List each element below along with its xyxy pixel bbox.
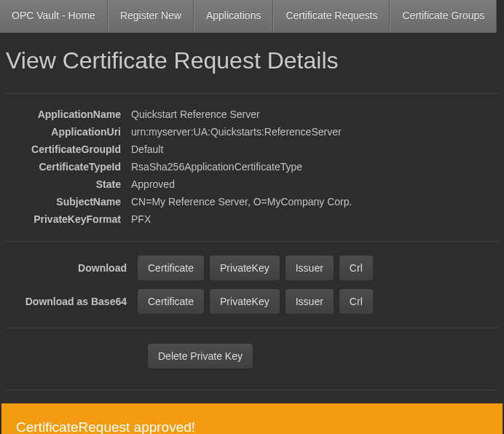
label-application-name: ApplicationName: [6, 107, 131, 122]
label-application-uri: ApplicationUri: [6, 125, 131, 139]
value-private-key-format: PFX: [131, 212, 498, 226]
download-base64-crl-button[interactable]: Crl: [339, 288, 374, 315]
divider: [6, 93, 498, 94]
label-subject-name: SubjectName: [6, 194, 131, 209]
value-certificate-type-id: RsaSha256ApplicationCertificateType: [131, 159, 498, 174]
download-privatekey-button[interactable]: PrivateKey: [209, 255, 280, 281]
divider: [6, 328, 498, 328]
nav-home[interactable]: OPC Vault - Home: [0, 0, 108, 33]
label-private-key-format: PrivateKeyFormat: [6, 212, 131, 226]
divider: [6, 241, 498, 242]
download-base64-label: Download as Base64: [6, 296, 137, 307]
delete-section: Delete Private Key: [6, 343, 498, 369]
nav-certificate-groups[interactable]: Certificate Groups: [390, 0, 497, 33]
download-issuer-button[interactable]: Issuer: [285, 255, 334, 281]
details-grid: ApplicationName Quickstart Reference Ser…: [6, 107, 498, 226]
download-base64-buttons: Certificate PrivateKey Issuer Crl: [137, 288, 498, 315]
download-label: Download: [6, 262, 137, 274]
download-base64-certificate-button[interactable]: Certificate: [137, 288, 205, 315]
nav-certificate-requests[interactable]: Certificate Requests: [273, 0, 390, 33]
download-crl-button[interactable]: Crl: [339, 255, 374, 281]
download-certificate-button[interactable]: Certificate: [137, 255, 205, 281]
value-subject-name: CN=My Reference Server, O=MyCompany Corp…: [131, 194, 498, 209]
download-section: Download Certificate PrivateKey Issuer C…: [6, 255, 498, 315]
delete-private-key-button[interactable]: Delete Private Key: [147, 343, 253, 369]
main-navbar: OPC Vault - Home Register New Applicatio…: [0, 0, 504, 33]
status-alert: CertificateRequest approved!: [1, 403, 503, 434]
value-state: Approved: [131, 177, 498, 192]
label-certificate-group-id: CertificateGroupId: [6, 142, 131, 157]
divider: [6, 390, 498, 390]
page-title: View Certificate Request Details: [0, 33, 504, 86]
value-application-name: Quickstart Reference Server: [131, 107, 498, 122]
download-base64-issuer-button[interactable]: Issuer: [285, 288, 334, 315]
value-certificate-group-id: Default: [131, 142, 498, 157]
download-base64-privatekey-button[interactable]: PrivateKey: [209, 288, 280, 315]
download-buttons: Certificate PrivateKey Issuer Crl: [137, 255, 498, 281]
value-application-uri: urn:myserver:UA:Quickstarts:ReferenceSer…: [131, 125, 498, 139]
label-certificate-type-id: CertificateTypeId: [6, 159, 131, 174]
nav-register-new[interactable]: Register New: [108, 0, 194, 33]
label-state: State: [6, 177, 131, 192]
nav-applications[interactable]: Applications: [194, 0, 274, 33]
